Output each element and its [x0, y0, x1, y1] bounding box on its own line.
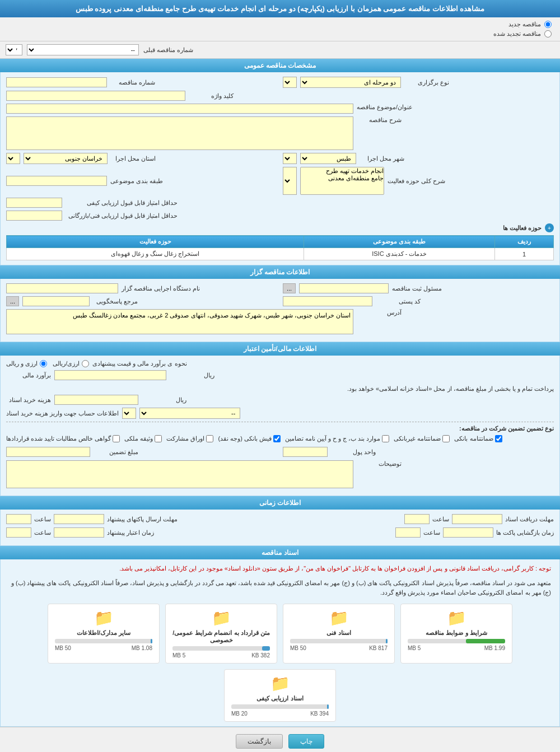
doc-fee-label: هزینه خرید اسناد: [6, 396, 51, 404]
file-size-uploaded: 817 KB: [369, 645, 388, 651]
bid-open-date[interactable]: 1403/05/10: [443, 527, 493, 538]
doc-receive-date[interactable]: 1403/04/30: [452, 514, 502, 524]
subject-label: عنوان/موضوع مناقصه: [357, 104, 413, 111]
account-select[interactable]: --: [139, 408, 240, 419]
credit-validity-time[interactable]: 11:00: [6, 527, 31, 538]
prev-tender-select[interactable]: --: [27, 44, 139, 55]
progress-bar-inner: [262, 646, 270, 651]
file-card[interactable]: 📁 متن قرارداد به انضمام شرایط عمومی/خصوص…: [165, 604, 277, 664]
credit-validity-label: زمان اعتبار پیشنهاد: [107, 529, 154, 536]
responsible-ellipsis-btn[interactable]: ...: [283, 283, 296, 293]
category-input[interactable]: خدمات بدون فهرست بها: [6, 176, 107, 186]
address-textarea[interactable]: استان خراسان جنوبی، شهر طبس، شهرک شهید ص…: [6, 309, 353, 334]
reference-input[interactable]: [22, 296, 90, 306]
tender-number-input[interactable]: 2003003007000016: [6, 77, 107, 87]
row-num: 1: [495, 248, 554, 260]
progress-bar-inner: [386, 639, 388, 643]
doc-fee-input[interactable]: [54, 395, 138, 405]
credit-validity-time-label: ساعت: [34, 529, 51, 536]
tech-score-input[interactable]: 60.00: [6, 211, 62, 221]
page-title: مشاهده اطلاعات مناقصه عمومی همزمان با ار…: [0, 0, 560, 17]
file-title: سایر مدارک/اطلاعات: [55, 629, 152, 637]
doc-receive-time[interactable]: 11:00: [404, 514, 430, 524]
file-card[interactable]: 📁 شرایط و ضوابط مناقصه 1.99 MB 5 MB: [400, 604, 512, 664]
file-size-row: 1.99 MB 5 MB: [408, 645, 505, 651]
back-button[interactable]: بازگشت: [236, 734, 283, 749]
activity-desc-select[interactable]: انجام خدمات تهیه طرح جامع منطقه‌ای معدنی: [300, 167, 384, 195]
guarantee-unit-input[interactable]: ریال: [283, 447, 328, 457]
radio-renewed-tender[interactable]: [544, 30, 552, 38]
budget-input[interactable]: 131,454,900,000: [54, 370, 166, 380]
guarantee-checkbox[interactable]: [206, 435, 213, 442]
bid-open-label: زمان بازگشایی پاکت ها: [496, 529, 554, 536]
guarantee-checkbox[interactable]: [495, 435, 502, 442]
guarantee-checkbox[interactable]: [273, 435, 281, 442]
guarantee-type-label: نوع تضمین: [526, 425, 554, 432]
bid-submit-date[interactable]: 1403/05/10: [54, 514, 104, 524]
progress-bar-inner: [327, 704, 329, 709]
province-arrow[interactable]: ▼: [6, 153, 20, 164]
radio-new-tender[interactable]: [544, 21, 552, 28]
radio-currency-rial[interactable]: [82, 360, 89, 367]
guarantee-checkbox[interactable]: [442, 435, 450, 442]
account-arrow[interactable]: ▼: [122, 408, 136, 419]
activity-arrow[interactable]: ▼: [283, 167, 297, 195]
general-section-title: مشخصات مناقصه عمومی: [0, 59, 560, 72]
tender-type-select[interactable]: دو مرحله ای: [300, 77, 401, 88]
prev-tender-arrow[interactable]: ▼: [6, 44, 22, 55]
postal-label: کد پستی: [376, 298, 421, 305]
account-label: اطلاعات حساب جهت واریز هزینه خرید اسناد: [6, 410, 119, 417]
doc-receive-time-label: ساعت: [432, 516, 449, 523]
tender-type-arrow[interactable]: ▼: [283, 77, 297, 88]
org-name-input[interactable]: سازمان توسعه و نوسازی م: [6, 283, 118, 293]
responsible-input[interactable]: اسیدحسین میرزاده: [299, 283, 389, 293]
quality-score-input[interactable]: 60.00: [6, 198, 62, 208]
file-card[interactable]: 📁 اسناد ارزیابی کیفی 394 KB 20 MB: [224, 669, 336, 722]
checkbox-item: فیش بانکی (وجه نقد): [218, 435, 281, 442]
table-row: 1 خدمات - کدبندی ISIC استخراج زغال سنگ و…: [7, 248, 554, 260]
file-size-row: 1.08 MB 50 MB: [55, 645, 152, 651]
city-arrow[interactable]: ▼: [283, 153, 297, 164]
checkbox-item: وثیقه ملکی: [124, 435, 162, 442]
doc-fee-unit: ریال: [142, 396, 186, 404]
file-size-row: 394 KB 20 MB: [231, 711, 329, 717]
keyword-input[interactable]: [6, 91, 185, 101]
reference-ellipsis-btn[interactable]: ...: [6, 296, 19, 306]
doc-receive-label: مهلت دریافت اسناد: [505, 516, 554, 523]
postal-input[interactable]: 9791753868: [283, 296, 372, 306]
bid-open-time-label: ساعت: [423, 529, 440, 536]
col-row: ردیف: [495, 236, 554, 248]
description-textarea[interactable]: [6, 460, 353, 488]
city-select[interactable]: طبس: [300, 153, 356, 164]
file-card[interactable]: 📁 سایر مدارک/اطلاعات 1.08 MB 50 MB: [48, 604, 160, 664]
reference-label: مرجع پاسخگویی: [93, 298, 138, 305]
credit-validity-date[interactable]: 1403/08/10: [54, 527, 104, 538]
province-select[interactable]: خراسان جنوبی: [24, 153, 108, 164]
checkbox-item: ضمانتنامه بانکی: [454, 435, 502, 442]
radio-currency-both-label: ارزی و ریالی: [6, 360, 38, 367]
bid-submit-time[interactable]: 11:10: [6, 514, 31, 524]
file-size-uploaded: 382 KB: [251, 652, 270, 658]
desc-textarea[interactable]: [6, 116, 353, 150]
bid-open-time[interactable]: 11:59: [395, 527, 421, 538]
print-button[interactable]: چاپ: [288, 734, 324, 749]
subject-input[interactable]: مناقصه عمومی همزمان با ارزیابی (یکپارچه)…: [6, 104, 353, 114]
checkbox-item: ضمانتنامه غیربانکی: [394, 435, 450, 442]
guarantee-checkbox[interactable]: [155, 435, 162, 442]
file-title: اسناد فنی: [290, 629, 388, 637]
checkbox-item: اوراق مشارکت: [166, 435, 213, 442]
budget-unit-label: ریال: [170, 372, 214, 379]
radio-currency-both[interactable]: [40, 360, 47, 367]
time-section-title: اطلاعات زمانی: [0, 496, 560, 510]
checkbox-item: گواهی خالص مطالبات تایید شده قراردادها: [6, 435, 120, 442]
desc-label: شرح مناقصه: [357, 116, 402, 124]
guarantee-checkbox[interactable]: [382, 435, 389, 442]
file-card[interactable]: 📁 اسناد فنی 817 KB 50 MB: [283, 604, 395, 664]
progress-bar-outer: [290, 639, 388, 643]
guarantee-amount-input[interactable]: 6,572,745,000: [6, 447, 90, 457]
activity-table: ردیف طبقه بندی موضوعی حوزه فعالیت 1 خدما…: [6, 235, 554, 260]
guarantee-checkbox[interactable]: [113, 435, 120, 442]
progress-bar-inner: [466, 639, 505, 643]
file-size-uploaded: 394 KB: [310, 711, 329, 717]
add-activity-btn[interactable]: +: [545, 223, 554, 232]
